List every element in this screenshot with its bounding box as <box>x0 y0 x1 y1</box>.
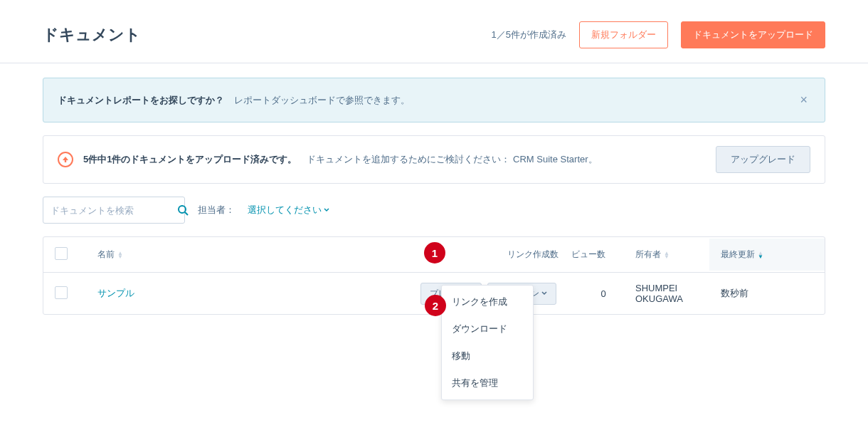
header-actions: 1／5件が作成済み 新規フォルダー ドキュメントをアップロード <box>492 21 825 48</box>
upgrade-button[interactable]: アップグレード <box>716 146 810 173</box>
document-name-link[interactable]: サンプル <box>97 287 134 300</box>
upload-document-button[interactable]: ドキュメントをアップロード <box>681 21 825 48</box>
sort-icon: ▲▼ <box>664 251 669 258</box>
close-icon[interactable]: × <box>797 90 810 110</box>
search-icon[interactable] <box>177 197 189 223</box>
sort-icon: ▲▼ <box>758 251 763 258</box>
column-updated[interactable]: 最終更新 ▲▼ <box>709 239 825 271</box>
column-owner[interactable]: 所有者 ▲▼ <box>635 249 721 261</box>
chevron-down-icon <box>324 208 329 212</box>
report-banner: ドキュメントレポートをお探しですか？ レポートダッシュボードで参照できます。 × <box>43 78 825 122</box>
cell-views: 0 <box>571 288 635 299</box>
banner-question: ドキュメントレポートをお探しですか？ <box>58 94 224 107</box>
page-title: ドキュメント <box>43 24 141 46</box>
notice-info: ドキュメントを追加するためにご検討ください： CRM Suite Starter… <box>307 153 597 166</box>
arrow-up-icon <box>58 152 73 167</box>
owner-filter-select[interactable]: 選択してください <box>248 204 329 216</box>
upload-notice: 5件中1件のドキュメントをアップロード済みです。 ドキュメントを追加するためにご… <box>43 135 825 184</box>
owner-filter-value: 選択してください <box>248 204 322 216</box>
column-link-count: リンク作成数 <box>507 249 571 261</box>
svg-point-0 <box>179 206 186 213</box>
cell-owner: SHUMPEI OKUGAWA <box>635 283 721 304</box>
new-folder-button[interactable]: 新規フォルダー <box>579 21 668 48</box>
cell-updated: 数秒前 <box>721 287 813 300</box>
dropdown-item-download[interactable]: ダウンロード <box>442 315 533 336</box>
owner-filter-label: 担当者： <box>198 204 235 216</box>
column-name[interactable]: 名前 ▲▼ <box>97 249 507 261</box>
notice-title: 5件中1件のドキュメントをアップロード済みです。 <box>83 153 297 166</box>
column-views: ビュー数 <box>571 249 635 261</box>
search-box <box>43 197 185 224</box>
filter-row: 担当者： 選択してください <box>43 197 825 224</box>
callout-badge-2: 2 <box>425 295 446 316</box>
row-checkbox[interactable] <box>55 286 68 299</box>
select-all-checkbox[interactable] <box>55 247 68 260</box>
svg-line-1 <box>185 212 188 215</box>
sort-icon: ▲▼ <box>117 251 123 258</box>
dropdown-item-create-link[interactable]: リンクを作成 <box>442 288 533 315</box>
divider <box>0 63 868 63</box>
creation-status: 1／5件が作成済み <box>492 28 566 41</box>
search-input[interactable] <box>43 205 177 216</box>
banner-info: レポートダッシュボードで参照できます。 <box>234 94 410 107</box>
actions-dropdown: リンクを作成 ダウンロード 移動 共有を管理 <box>441 285 534 336</box>
chevron-down-icon <box>541 291 547 296</box>
page-header: ドキュメント 1／5件が作成済み 新規フォルダー ドキュメントをアップロード <box>43 21 825 63</box>
callout-badge-1: 1 <box>424 242 445 263</box>
